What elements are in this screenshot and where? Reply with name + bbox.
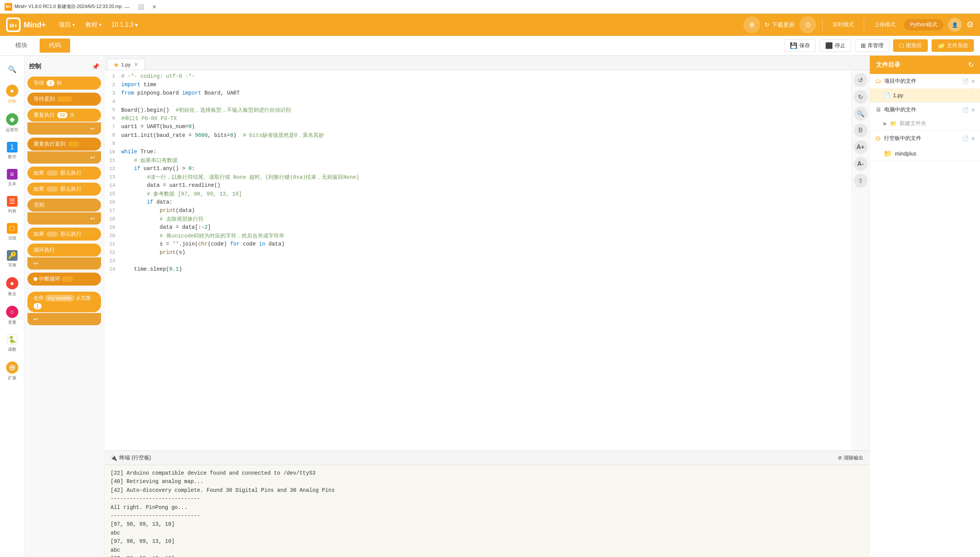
editor-tab-1py[interactable]: ◉ 1.py ✕ xyxy=(107,59,145,70)
code-line-15: 15 # 参考数据 [97, 98, 99, 13, 10] xyxy=(104,191,851,199)
zoom-out-icon[interactable]: B xyxy=(854,124,868,137)
block-use-variable-arrow[interactable]: ↩ xyxy=(28,313,101,325)
sidebar-item-label: 集合 xyxy=(8,291,16,296)
scroll-up-icon[interactable]: ↺ xyxy=(854,73,868,87)
zoom-in-icon[interactable]: 🔍 xyxy=(854,107,868,121)
block-repeat-until-arrow[interactable]: ↩ xyxy=(28,151,101,164)
block-if-do3[interactable]: 如果 那么执行 xyxy=(28,228,101,241)
folder-item-new[interactable]: ▶ 📁 新建文件夹 xyxy=(870,117,980,130)
stop-button[interactable]: ⬛ 停止 xyxy=(819,39,851,52)
new-file-icon[interactable]: 📄 xyxy=(962,78,969,84)
sidebar-item-text[interactable]: ≡ 文本 xyxy=(2,165,23,191)
graphics-button[interactable]: ⬡ 图形区 xyxy=(893,39,928,52)
logo: M+ Mind+ xyxy=(6,18,46,32)
block-wait-until[interactable]: 等待直到 xyxy=(28,93,101,106)
block-if-do[interactable]: 如果 那么执行 xyxy=(28,167,101,179)
terminal-content[interactable]: [22] Arduino compatible device found and… xyxy=(104,465,869,557)
top-nav: M+ Mind+ 项目 ▾ 教程 ▾ 10.1.2.3 ▾ ⊕ ↻ 下载更新 ⊙… xyxy=(0,14,980,36)
block-repeat[interactable]: 重复执行 10 次 xyxy=(28,109,101,122)
scroll-down-icon[interactable]: ↻ xyxy=(854,90,868,104)
sidebar-item-label: 扩展 xyxy=(8,375,16,381)
project-menu[interactable]: 项目 ▾ xyxy=(54,19,80,31)
more-options-icon-2[interactable]: ≡ xyxy=(972,107,975,113)
tab-blocks[interactable]: 模块 xyxy=(6,39,37,53)
tab-code[interactable]: 代码 xyxy=(40,39,70,53)
share-icon-button[interactable]: ⊙ xyxy=(799,16,816,33)
component-icon: ⬡ xyxy=(7,223,18,234)
community-icon-button[interactable]: ⊕ xyxy=(743,16,760,33)
code-area[interactable]: 1 # -*- coding: utf-8 -*- 2 import time … xyxy=(104,70,851,278)
refresh-icon[interactable]: ↻ xyxy=(968,60,974,69)
right-panel: 文件目录 ↻ 🗂 项目中的文件 📄 ≡ 📄 1.py ⋮ xyxy=(869,56,980,557)
title-bar: M+ Mind+ V1.8.0 RC1.0 新建项目-2024/6/5-12:3… xyxy=(0,0,980,14)
block-if-do2[interactable]: 如果 那么执行 xyxy=(28,182,101,195)
extension-icon: ⊕ xyxy=(6,362,18,374)
sidebar-item-label: 字典 xyxy=(8,262,16,268)
block-repeat-arrow[interactable]: ↩ xyxy=(28,122,101,135)
library-button[interactable]: ⊞ 库管理 xyxy=(855,39,889,52)
python-mode-button[interactable]: Python模式 xyxy=(904,19,943,31)
close-button[interactable]: ✕ xyxy=(149,3,160,11)
settings-icon[interactable]: ⚙ xyxy=(966,20,974,30)
version-selector[interactable]: 10.1.2.3 ▾ xyxy=(107,19,143,31)
block-loop[interactable]: 循环执行 xyxy=(28,244,101,257)
search-sidebar-item[interactable]: 🔍 xyxy=(2,59,23,79)
file-more-icon[interactable]: ⋮ xyxy=(969,91,975,99)
project-arrow-icon: ▾ xyxy=(72,22,75,28)
right-panel-title: 文件目录 xyxy=(876,61,900,69)
computer-folder-icon: 🖥 xyxy=(875,106,881,113)
code-line-3: 3 from pinpong.board import Board, UART xyxy=(104,90,851,98)
sidebar-item-variable[interactable]: ○ 变量 xyxy=(2,302,23,329)
more-options-icon[interactable]: ≡ xyxy=(972,78,975,84)
clear-output-button[interactable]: ⊘ 清除输出 xyxy=(838,454,863,461)
code-scroll-area[interactable]: 1 # -*- coding: utf-8 -*- 2 import time … xyxy=(104,70,851,450)
more-options-icon-3[interactable]: ≡ xyxy=(972,135,975,142)
save-button[interactable]: 💾 保存 xyxy=(784,39,816,52)
airboard-files-header[interactable]: ⊖ 行空板中的文件 📄 ≡ xyxy=(870,130,980,147)
sidebar-item-extension[interactable]: ⊕ 扩展 xyxy=(2,358,23,385)
computer-files-list: ▶ 📁 新建文件夹 xyxy=(870,117,980,130)
sidebar-item-component[interactable]: ⬡ 元组 xyxy=(2,219,23,245)
font-decrease-icon[interactable]: A- xyxy=(854,157,868,171)
scroll-top-icon[interactable]: ⇧ xyxy=(854,174,868,187)
airboard-folder-item[interactable]: 📁 mindplus xyxy=(870,147,980,161)
filesystem-button[interactable]: 📁 文件系统 xyxy=(931,39,974,52)
sidebar-item-number[interactable]: 1 数字 xyxy=(2,138,23,164)
sidebar-item-dict[interactable]: 🔑 字典 xyxy=(2,246,23,272)
block-break[interactable]: 中断循环 xyxy=(28,273,101,285)
sidebar-item-label: 元组 xyxy=(8,235,16,241)
sidebar-item-control[interactable]: ● 控制 xyxy=(2,81,23,108)
tutorial-menu[interactable]: 教程 ▾ xyxy=(80,19,107,31)
realtime-mode-button[interactable]: 实时模式 xyxy=(829,20,858,30)
sidebar-item-function[interactable]: 🐍 函数 xyxy=(2,331,23,356)
save-icon: 💾 xyxy=(790,42,797,49)
new-file-icon-3[interactable]: 📄 xyxy=(962,135,969,142)
sidebar-item-set[interactable]: ● 集合 xyxy=(2,274,23,300)
file-item-1py[interactable]: 📄 1.py ⋮ xyxy=(870,88,980,102)
block-wait[interactable]: 等待 1 秒 xyxy=(28,77,101,90)
download-update-button[interactable]: ↻ 下载更新 xyxy=(765,21,795,29)
project-files-header[interactable]: 🗂 项目中的文件 📄 ≡ xyxy=(870,74,980,88)
tab-name: 1.py xyxy=(121,62,131,67)
block-repeat-until[interactable]: 重复执行直到 xyxy=(28,138,101,151)
terminal-title: 🔌 终端 (行空板) xyxy=(111,454,151,461)
version-arrow-icon: ▾ xyxy=(135,21,138,29)
sidebar-item-list[interactable]: ☰ 列表 xyxy=(2,192,23,218)
upload-mode-button[interactable]: 上传模式 xyxy=(870,20,899,30)
new-file-icon-2[interactable]: 📄 xyxy=(962,107,969,113)
user-avatar[interactable]: 👤 xyxy=(948,18,962,32)
pin-icon[interactable]: 📌 xyxy=(92,63,99,70)
maximize-button[interactable]: ⬜ xyxy=(135,3,146,11)
minimize-button[interactable]: — xyxy=(122,3,132,11)
block-loop-arrow[interactable]: ↩ xyxy=(28,257,101,270)
sidebar-item-operator[interactable]: ◆ 运算符 xyxy=(2,109,23,137)
block-else-arrow[interactable]: ↩ xyxy=(28,212,101,225)
editor-main: 1 # -*- coding: utf-8 -*- 2 import time … xyxy=(104,70,869,450)
tab-close-icon[interactable]: ✕ xyxy=(134,61,138,67)
computer-files-header[interactable]: 🖥 电脑中的文件 📄 ≡ xyxy=(870,103,980,117)
airboard-icon: ⊖ xyxy=(875,134,881,143)
font-increase-icon[interactable]: A+ xyxy=(854,140,868,154)
block-else[interactable]: 否则 xyxy=(28,199,101,212)
left-sidebar: 🔍 ● 控制 ◆ 运算符 1 数字 ≡ 文本 ☰ 列表 ⬡ 元组 🔑 字典 xyxy=(0,56,24,557)
block-use-variable[interactable]: 使用 my variable 从范围 1 xyxy=(28,292,101,312)
